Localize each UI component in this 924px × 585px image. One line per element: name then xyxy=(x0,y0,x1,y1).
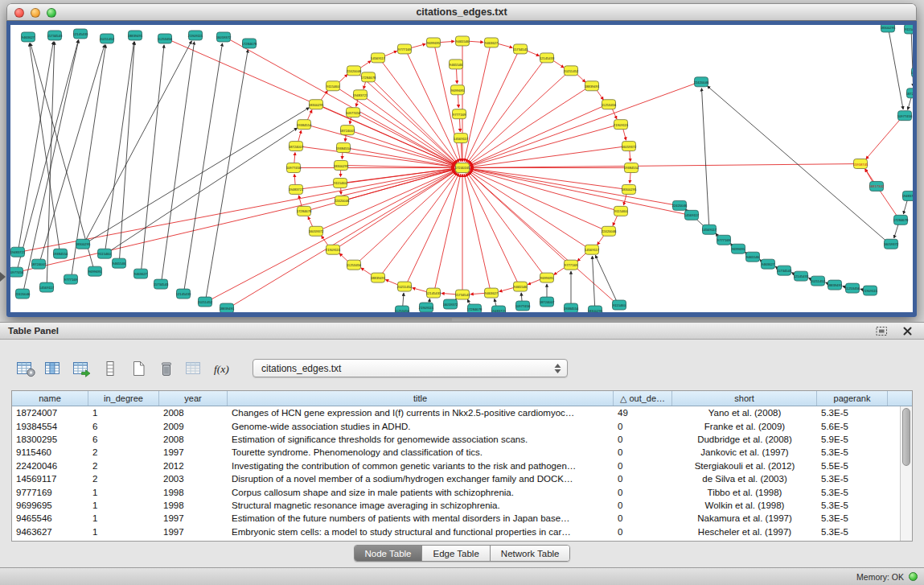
graph-node[interactable]: 21909115 xyxy=(326,245,341,254)
graph-node[interactable]: 9463627 xyxy=(485,288,499,298)
column-header-pagerank[interactable]: pagerank xyxy=(817,391,888,406)
graph-node[interactable]: 15734543 xyxy=(47,31,63,40)
table-row[interactable]: 2242004622012Investigating the contribut… xyxy=(12,459,900,472)
graph-node[interactable]: 17284678 xyxy=(242,39,257,48)
graph-node[interactable]: 16817342 xyxy=(869,181,885,191)
graph-node[interactable]: 10977456 xyxy=(346,108,361,117)
graph-node[interactable]: 12145433 xyxy=(73,29,88,39)
graph-node[interactable]: 14569117 xyxy=(585,245,600,254)
graph-node[interactable]: 22420046 xyxy=(335,196,350,205)
table-options-icon[interactable] xyxy=(14,358,36,378)
graph-node[interactable]: 12145433 xyxy=(426,288,441,298)
graph-node[interactable]: 12145433 xyxy=(176,289,191,299)
graph-node[interactable]: 9115460 xyxy=(613,300,626,310)
graph-node[interactable]: 18300295 xyxy=(881,25,896,32)
graph-node[interactable]: 16059372 xyxy=(884,239,899,249)
table-row[interactable]: 1830029562008Estimation of significance … xyxy=(12,433,900,446)
graph-node[interactable]: 9463627 xyxy=(485,38,499,47)
graph-node[interactable]: 9463627 xyxy=(22,32,35,42)
graph-node[interactable]: 14569117 xyxy=(454,134,469,143)
graph-node[interactable]: 9699695 xyxy=(451,85,465,95)
graph-node[interactable]: 19483721 xyxy=(491,306,507,312)
graph-node[interactable]: 9699695 xyxy=(427,38,441,47)
close-window-button[interactable] xyxy=(14,8,24,18)
graph-node[interactable]: 15734543 xyxy=(455,290,470,299)
graph-node[interactable]: 9115460 xyxy=(614,206,628,216)
graph-node[interactable]: 18724007 xyxy=(31,259,47,269)
collapse-panel-arrow-icon[interactable] xyxy=(0,272,6,282)
graph-node[interactable]: 9777169 xyxy=(565,260,578,270)
graph-node[interactable]: 9777169 xyxy=(453,109,466,119)
graph-node[interactable]: 14569117 xyxy=(702,225,717,234)
graph-node[interactable]: 14569117 xyxy=(684,210,700,220)
graph-node[interactable]: 11253456 xyxy=(845,283,860,293)
graph-node[interactable]: 22420046 xyxy=(15,289,31,299)
graph-node[interactable]: 21909115 xyxy=(614,120,629,130)
graph-node[interactable]: 9699695 xyxy=(732,244,745,253)
column-header-out_de[interactable]: △ out_de… xyxy=(614,391,672,406)
graph-node[interactable]: 9463627 xyxy=(762,259,775,269)
graph-node[interactable]: 17240165 xyxy=(455,163,470,173)
column-header-title[interactable]: title xyxy=(228,391,614,406)
graph-node[interactable]: 9465546 xyxy=(746,252,760,262)
graph-node[interactable]: 18839491 xyxy=(220,303,235,312)
graph-node[interactable]: 17284678 xyxy=(893,215,909,225)
table-import-icon[interactable] xyxy=(71,358,92,378)
table-scrollbar[interactable] xyxy=(900,406,912,541)
graph-node[interactable]: 18839491 xyxy=(371,273,386,282)
network-window-titlebar[interactable]: citations_edges.txt xyxy=(6,3,917,21)
graph-node[interactable]: 20211452 xyxy=(198,297,213,307)
graph-node[interactable]: 9699695 xyxy=(88,266,102,276)
graph-node[interactable]: 18724007 xyxy=(340,126,355,135)
column-header-name[interactable]: name xyxy=(12,391,88,406)
graph-node[interactable]: 9463627 xyxy=(134,269,148,278)
graph-node[interactable]: 12145433 xyxy=(794,271,809,281)
graph-node[interactable]: 20211452 xyxy=(811,276,826,286)
graph-node[interactable]: 15734543 xyxy=(513,44,528,54)
graph-node[interactable]: 11253456 xyxy=(602,100,617,109)
graph-node[interactable]: 18724007 xyxy=(540,297,555,307)
graph-node[interactable]: 9699695 xyxy=(540,273,554,282)
graph-node[interactable]: 19384554 xyxy=(53,249,68,258)
graph-node[interactable]: 22420046 xyxy=(672,200,688,210)
graph-node[interactable]: 9115460 xyxy=(334,178,347,187)
graph-node[interactable]: 9777169 xyxy=(64,274,78,284)
tab-network-table[interactable]: Network Table xyxy=(491,546,570,561)
graph-node[interactable]: 11253456 xyxy=(395,306,410,312)
graph-node[interactable]: 18724007 xyxy=(289,142,304,151)
graph-node[interactable]: 19483721 xyxy=(10,247,26,257)
column-header-short[interactable]: short xyxy=(672,391,817,406)
graph-node[interactable]: 18300295 xyxy=(588,306,603,312)
graph-node[interactable]: 11253456 xyxy=(158,34,173,43)
graph-node[interactable]: 20211452 xyxy=(100,34,115,43)
graph-node[interactable]: 9115460 xyxy=(98,249,112,258)
graph-node[interactable]: 16059372 xyxy=(622,142,637,151)
graph-node[interactable]: 18300295 xyxy=(334,161,349,171)
graph-node[interactable]: 14569117 xyxy=(39,282,55,292)
graph-node[interactable]: 21909115 xyxy=(188,31,203,40)
new-file-icon[interactable] xyxy=(127,358,149,378)
close-panel-icon[interactable] xyxy=(899,326,916,336)
delete-table-icon[interactable] xyxy=(155,358,177,378)
table-row[interactable]: 1872400712008Changes of HCN gene express… xyxy=(12,406,900,419)
graph-node[interactable]: 15734543 xyxy=(154,279,169,289)
graph-node[interactable]: 19384554 xyxy=(564,303,579,312)
column-header-year[interactable]: year xyxy=(159,391,228,406)
graph-node[interactable]: 15734543 xyxy=(777,266,792,275)
table-rows-icon[interactable] xyxy=(99,358,121,378)
graph-node[interactable]: 9465546 xyxy=(113,258,126,268)
graph-node[interactable]: 9777169 xyxy=(717,235,731,245)
table-source-select[interactable]: citations_edges.txt xyxy=(253,359,568,377)
graph-node[interactable]: 19384554 xyxy=(297,120,312,130)
table-scrollbar-thumb[interactable] xyxy=(902,408,910,466)
float-panel-icon[interactable] xyxy=(873,326,891,336)
graph-node[interactable]: 16059372 xyxy=(309,226,324,236)
table-row[interactable]: 946362711997Embryonic stem cells: a mode… xyxy=(12,525,900,538)
graph-node[interactable]: 9115460 xyxy=(905,25,914,34)
graph-node[interactable]: 19483721 xyxy=(353,90,368,100)
table-row[interactable]: 911546021997Tourette syndrome. Phenomeno… xyxy=(12,446,900,459)
graph-node[interactable]: 9115460 xyxy=(326,81,340,91)
graph-node[interactable]: 18300295 xyxy=(76,239,91,249)
graph-node[interactable]: 10977456 xyxy=(10,267,24,277)
graph-node[interactable]: 22420046 xyxy=(694,77,709,87)
